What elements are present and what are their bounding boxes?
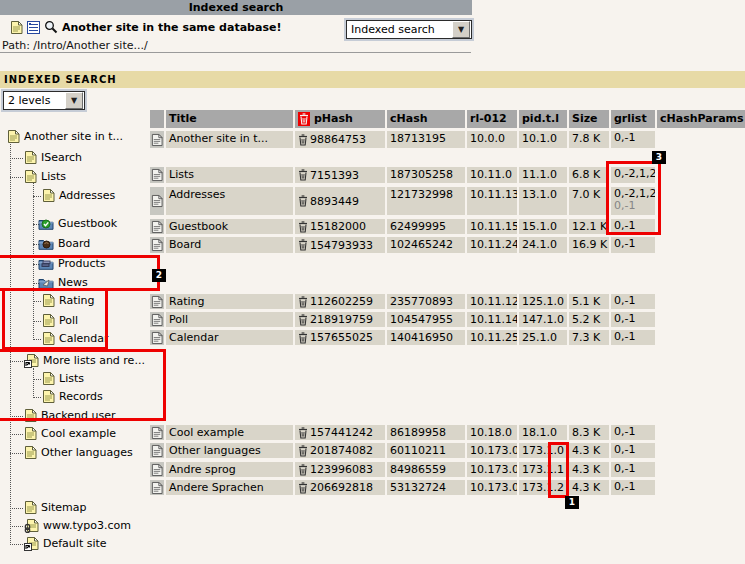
- tree-connector-line: [33, 301, 41, 302]
- trash-icon[interactable]: [298, 195, 308, 207]
- phash-value: 154793933: [310, 238, 373, 253]
- table-cell-phash: 112602259: [295, 294, 385, 309]
- table-header-title[interactable]: Title: [166, 110, 293, 128]
- trash-icon[interactable]: [298, 427, 308, 439]
- trash-icon[interactable]: [298, 464, 308, 476]
- page-icon[interactable]: [24, 408, 37, 423]
- tree-item-guestbook[interactable]: Guestbook: [38, 215, 117, 232]
- page-shortcut-icon[interactable]: [24, 353, 39, 368]
- docheader-icons: [10, 19, 58, 35]
- tree-item-more-lists-and-re[interactable]: More lists and re...: [24, 352, 145, 369]
- tree-item-calendar[interactable]: Calendar: [42, 330, 108, 347]
- table-cell-size: 5.2 K: [569, 312, 609, 327]
- tree-item-backend-user[interactable]: Backend user: [24, 407, 116, 424]
- table-cell-size: 4.3 K: [569, 462, 609, 477]
- document-icon[interactable]: [150, 237, 164, 253]
- table-cell-pid: 11.1.0: [519, 167, 567, 183]
- tree-depth-select[interactable]: 2 levels ▼: [3, 91, 85, 110]
- list-module-icon[interactable]: [27, 21, 40, 34]
- page-icon[interactable]: [24, 500, 37, 515]
- page-icon[interactable]: [42, 331, 55, 346]
- tree-item-lists[interactable]: Lists: [24, 168, 66, 185]
- tree-item-default-site[interactable]: Default site: [24, 535, 107, 552]
- tree-item-another-site-in-t[interactable]: Another site in t...: [7, 128, 123, 145]
- table-header-phash[interactable]: pHash: [295, 110, 385, 128]
- tree-item-www-typo3-com[interactable]: www.typo3.com: [24, 517, 131, 534]
- document-icon[interactable]: [150, 219, 164, 234]
- page-icon[interactable]: [7, 129, 20, 144]
- page-icon[interactable]: [42, 293, 55, 308]
- chevron-down-icon[interactable]: ▼: [452, 21, 470, 38]
- trash-icon[interactable]: [298, 239, 308, 251]
- table-header-size[interactable]: Size: [569, 110, 609, 128]
- section-heading: INDEXED SEARCH: [0, 71, 745, 88]
- tree-item-products[interactable]: Products: [38, 255, 106, 272]
- page-icon[interactable]: [24, 169, 37, 184]
- document-icon[interactable]: [150, 443, 164, 458]
- grlist-value: 0,-1: [614, 480, 655, 493]
- tree-item-cool-example[interactable]: Cool example: [24, 425, 116, 442]
- trash-icon[interactable]: [298, 296, 308, 308]
- trash-icon[interactable]: [298, 169, 308, 181]
- page-icon[interactable]: [24, 150, 37, 165]
- trash-icon[interactable]: [298, 332, 308, 344]
- tree-item-sitemap[interactable]: Sitemap: [24, 499, 87, 516]
- document-icon[interactable]: [150, 131, 164, 148]
- magnifier-icon[interactable]: [44, 20, 58, 34]
- table-cell-chash: 18713195: [387, 131, 465, 148]
- table-header-rl[interactable]: rl-012: [467, 110, 517, 128]
- tree-item-board[interactable]: Board: [38, 235, 90, 252]
- trash-icon[interactable]: [298, 112, 310, 126]
- trash-icon[interactable]: [298, 482, 308, 494]
- document-icon[interactable]: [150, 330, 164, 345]
- folder-check-icon[interactable]: [38, 217, 54, 230]
- tree-connector-line: [33, 339, 41, 340]
- tree-item-addresses[interactable]: Addresses: [42, 187, 115, 204]
- phash-value: 218919759: [310, 312, 373, 327]
- tree-connector-line: [10, 144, 11, 545]
- trash-icon[interactable]: [298, 134, 308, 146]
- tree-item-news[interactable]: News: [38, 274, 88, 291]
- tree-item-lists[interactable]: Lists: [42, 370, 84, 387]
- tree-item-label: Records: [59, 390, 103, 403]
- document-icon[interactable]: [150, 294, 164, 309]
- trash-icon[interactable]: [298, 445, 308, 457]
- page-icon[interactable]: [42, 188, 55, 203]
- tree-item-isearch[interactable]: ISearch: [24, 149, 82, 166]
- folder-board-icon[interactable]: [38, 237, 54, 250]
- tree-connector-line: [33, 397, 41, 398]
- folder-news-icon[interactable]: [38, 276, 54, 289]
- folder-products-icon[interactable]: [38, 257, 54, 270]
- document-icon[interactable]: [150, 480, 164, 495]
- document-icon[interactable]: [150, 312, 164, 327]
- table-cell-chash: 86189958: [387, 425, 465, 440]
- page-shortcut-icon[interactable]: [24, 536, 39, 551]
- table-cell-grlist: 0,-1: [611, 312, 655, 327]
- table-header-chash[interactable]: cHash: [387, 110, 465, 128]
- document-icon[interactable]: [150, 187, 164, 215]
- tree-item-poll[interactable]: Poll: [42, 312, 78, 329]
- tree-item-other-languages[interactable]: Other languages: [24, 444, 133, 461]
- table-header-chp[interactable]: cHashParams: [657, 110, 745, 128]
- table-cell-title: Cool example: [166, 425, 293, 440]
- tree-item-records[interactable]: Records: [42, 388, 103, 405]
- table-header-pid[interactable]: pid.t.l: [519, 110, 567, 128]
- table-header-grlist[interactable]: grlist: [611, 110, 655, 128]
- document-icon[interactable]: [150, 462, 164, 477]
- page-icon[interactable]: [42, 371, 55, 386]
- document-icon[interactable]: [150, 167, 164, 183]
- module-function-select[interactable]: Indexed search ▼: [346, 20, 472, 39]
- page-icon[interactable]: [42, 313, 55, 328]
- trash-icon[interactable]: [298, 221, 308, 233]
- page-link-icon[interactable]: [24, 518, 39, 533]
- tree-item-rating[interactable]: Rating: [42, 292, 94, 309]
- phash-value: 123996083: [310, 462, 373, 477]
- document-icon[interactable]: [150, 425, 164, 440]
- table-cell-chash: 62499995: [387, 219, 465, 234]
- page-icon[interactable]: [24, 445, 37, 460]
- chevron-down-icon[interactable]: ▼: [65, 92, 83, 109]
- table-cell-title: Lists: [166, 167, 293, 183]
- trash-icon[interactable]: [298, 314, 308, 326]
- page-icon[interactable]: [42, 389, 55, 404]
- page-icon[interactable]: [24, 426, 37, 441]
